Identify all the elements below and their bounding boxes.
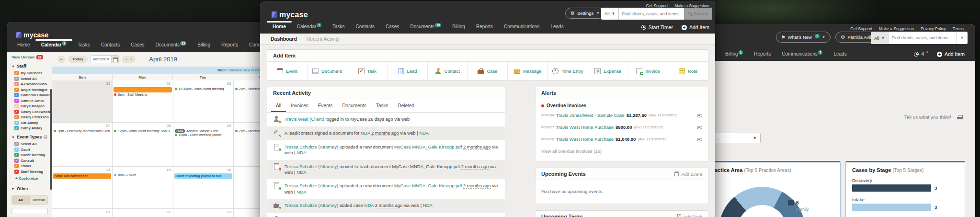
event-type-item-client-meeting[interactable]: ✓Client Meeting: [14, 153, 52, 157]
tab-cases[interactable]: Cases: [130, 39, 145, 52]
back-arrow-button[interactable]: ←: [57, 56, 65, 63]
calendar-event[interactable]: 8am - Court: [114, 173, 171, 177]
activity-tab-documents[interactable]: Documents: [337, 99, 371, 112]
add-item-button[interactable]: + Add Item: [682, 24, 709, 30]
activity-row[interactable]: +Tressa Schultze (Attorney) added contac…: [267, 213, 505, 217]
activity-tab-deleted[interactable]: Deleted: [393, 99, 419, 112]
staff-item-select-all[interactable]: ✓Select All: [14, 77, 52, 81]
next-month-button[interactable]: ›: [131, 57, 132, 61]
calendar-day-cell[interactable]: 14State Bar conference: [52, 167, 113, 209]
mycase-logo[interactable]: mycase: [272, 11, 308, 19]
calendar-event[interactable]: 12pm - Initial client meeting: Bob B: [114, 129, 171, 133]
date-input[interactable]: [91, 56, 111, 63]
calendar-event[interactable]: 5pm - Staff Meeting: [114, 93, 171, 96]
activity-row[interactable]: +Tressa Schultze (Attorney) added case N…: [267, 199, 505, 213]
activity-link[interactable]: NDA: [423, 203, 433, 208]
staff-item-cathy-allday[interactable]: ✓Cathy Allday: [14, 126, 52, 130]
filter-all-button[interactable]: All: [11, 195, 30, 205]
subnav-dashboard[interactable]: Dashboard: [271, 36, 297, 42]
calendar-day-cell[interactable]: 015pm - Staff Meeting: [113, 80, 173, 123]
add-time-entry-button[interactable]: Time Entry: [548, 62, 588, 80]
staff-item-angie-hottinger[interactable]: ✓Angie Hottinger: [14, 88, 52, 92]
calendar-day-cell[interactable]: 21: [52, 209, 113, 217]
staff-item-cat-allday[interactable]: ✓Cat Allday: [14, 121, 52, 125]
tab-reports[interactable]: Reports: [475, 21, 494, 34]
feedback-link[interactable]: Tell us what you think!: [904, 115, 951, 120]
link-privacy-policy[interactable]: Privacy Policy: [921, 26, 946, 31]
subnav-recent-activity[interactable]: Recent Activity: [307, 36, 340, 42]
calendar-day-cell[interactable]: 16Court reporting payment due: [173, 167, 234, 209]
link-get-support[interactable]: Get Support: [850, 26, 872, 31]
overdue-invoice-row[interactable]: #00028Travis West Home Purchase$1,040.00…: [541, 133, 702, 145]
activity-link[interactable]: NDA: [296, 189, 306, 194]
settings-button[interactable]: ⚙ Settings ▼: [565, 8, 605, 19]
whats-new-button[interactable]: ⚑ What's New 1 ▼: [776, 32, 831, 43]
calendar-event[interactable]: ✓SOLAdam's Sample Case: [175, 129, 232, 133]
staff-item-my-calendar[interactable]: ✓My Calendar: [14, 71, 52, 75]
add-expense-button[interactable]: Expense: [588, 62, 628, 80]
staff-item-carys-morgan[interactable]: ✓Carys Morgan: [14, 104, 52, 108]
filter-input[interactable]: [11, 208, 48, 214]
activity-tab-events[interactable]: Events: [313, 99, 338, 112]
view-all-overdue-link[interactable]: View all overdue invoices (16): [541, 145, 702, 158]
search-scope-select[interactable]: All▼: [601, 8, 619, 20]
tab-documents[interactable]: Documents19: [409, 21, 442, 34]
bar[interactable]: [852, 184, 931, 192]
add-event-button[interactable]: Add Event: [674, 171, 702, 177]
vertical-scrollbar[interactable]: [50, 89, 52, 190]
overdue-invoice-row[interactable]: #00027Travis West Home Purchase$500.00(d…: [541, 121, 702, 133]
calendar-day-cell[interactable]: 31: [52, 80, 113, 123]
activity-link[interactable]: Tressa Schultze (Attorney): [285, 203, 338, 208]
mycase-logo[interactable]: mycase: [16, 31, 49, 39]
add-lead-button[interactable]: Lead: [387, 62, 428, 80]
activity-link[interactable]: MyCase MNDA_Gale Kirsopp.pdf: [394, 183, 462, 188]
event-types-section-header[interactable]: ▼Event Types?: [11, 135, 52, 139]
activity-link[interactable]: Tressa Schultze (Attorney): [285, 144, 338, 149]
other-section-header[interactable]: ►Other: [11, 186, 52, 191]
tab-calendar[interactable]: Calendar1: [296, 21, 322, 34]
help-icon[interactable]: ?: [44, 135, 47, 139]
tab-tasks[interactable]: Tasks: [331, 21, 346, 34]
search-options-chevron[interactable]: ▼: [956, 32, 968, 44]
report-filter-dropdown[interactable]: ... ▼: [711, 133, 761, 143]
activity-tab-all[interactable]: All: [271, 99, 286, 112]
activity-link[interactable]: NDA: [419, 130, 429, 136]
calendar-event-bar[interactable]: [114, 87, 171, 92]
tab-billing[interactable]: Billing1: [724, 48, 744, 61]
staff-item-cameron-chaloux[interactable]: ✓Cameron Chaloux: [14, 93, 52, 97]
activity-row[interactable]: +Tressa Schultze (Attorney) uploaded a n…: [267, 179, 505, 199]
tab-home[interactable]: Home: [16, 39, 31, 52]
start-timer-button[interactable]: Start Timer: [641, 24, 673, 30]
tab-communications[interactable]: Communications7: [781, 48, 823, 61]
event-type-item-select-all[interactable]: ✓Select All: [14, 142, 52, 146]
calendar-event-bar[interactable]: State Bar conference: [53, 173, 111, 179]
add-contact-button[interactable]: Contact: [428, 62, 468, 80]
link-make-a-suggestion[interactable]: Make a Suggestion: [879, 26, 914, 31]
invoice-case-link[interactable]: Travis West Home Purchase: [556, 137, 614, 142]
overdue-invoice-row[interactable]: #00034Travis Jones/West - Sample Case$1,…: [541, 109, 702, 121]
link-terms[interactable]: Terms: [953, 26, 964, 31]
add-event-button[interactable]: Event: [267, 62, 308, 80]
prev-month-button[interactable]: ‹: [125, 57, 127, 61]
tab-leads[interactable]: Leads: [549, 21, 564, 34]
activity-tab-invoices[interactable]: Invoices: [286, 99, 313, 112]
add-message-button[interactable]: Message: [508, 62, 548, 80]
invoice-case-link[interactable]: Travis Jones/West - Sample Case: [556, 113, 625, 118]
calendar-icon[interactable]: [111, 56, 118, 63]
activity-link[interactable]: NDA: [296, 170, 306, 175]
activity-link[interactable]: NDA: [365, 203, 374, 208]
calendar-event[interactable]: 12:30pm - Initial client meeting: [175, 87, 232, 91]
today-button[interactable]: Today: [68, 56, 88, 63]
activity-link[interactable]: NDA: [361, 130, 370, 136]
tab-tasks[interactable]: Tasks: [77, 39, 91, 52]
invoice-case-link[interactable]: Travis West Home Purchase: [556, 125, 614, 130]
staff-section-header[interactable]: ▼Staff: [11, 64, 52, 69]
staff-item-casey-lockwood[interactable]: ✓Casey Lockwood: [14, 110, 52, 114]
add-case-button[interactable]: Case: [468, 62, 508, 80]
tab-leads[interactable]: Leads: [832, 48, 847, 61]
event-type-item-court[interactable]: ✓Court: [14, 148, 52, 152]
activity-row[interactable]: Travis West (Client) logged in to MyCase…: [267, 113, 505, 126]
activity-link[interactable]: Tressa Schultze (Attorney): [285, 183, 338, 188]
tab-contacts[interactable]: Contacts: [100, 39, 121, 52]
activity-link[interactable]: Tressa Schultze (Attorney): [285, 164, 338, 169]
